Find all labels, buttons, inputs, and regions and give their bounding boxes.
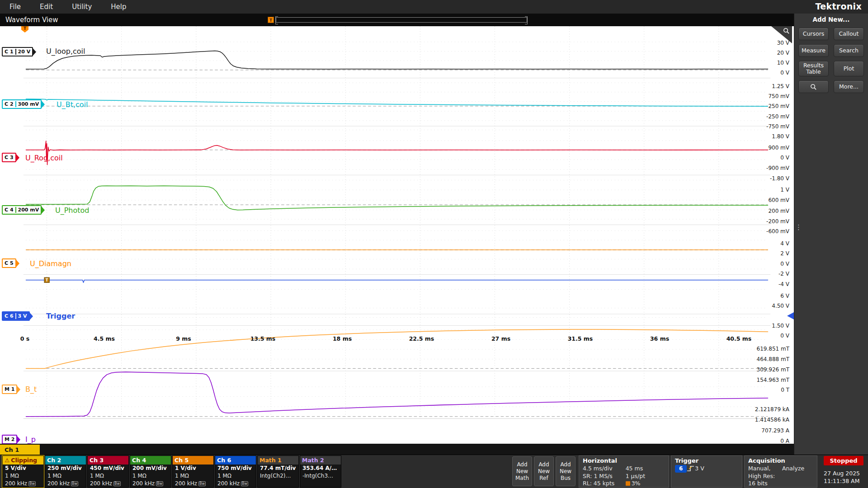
search-icon	[783, 28, 790, 34]
trace-label-m2: I_p	[25, 435, 36, 444]
add-new-ref-button[interactable]: AddNewRef	[534, 456, 554, 486]
horizontal-panel[interactable]: Horizontal 4.5 ms/div45 msSR: 1 MS/s1 µs…	[579, 455, 669, 488]
badge-row: 1 V/div	[173, 465, 213, 472]
channel-settings-badge-ch1[interactable]: ⚠Clipping5 V/div1 MΩ200 kHzBw	[2, 455, 44, 488]
run-stop-button[interactable]: Stopped	[824, 456, 863, 465]
add-new-math-button[interactable]: AddNewMath	[512, 456, 532, 486]
run-status-section: Stopped 27 Aug 2025 11:11:38 AM	[824, 456, 865, 485]
trigger-panel[interactable]: Trigger 6 3 V	[671, 455, 742, 488]
badge-row: 200 kHzBw	[88, 480, 128, 488]
add-new-button-line: New	[516, 468, 528, 475]
rp-button-callout[interactable]: Callout	[834, 28, 864, 40]
time-label: 11:11:38 AM	[824, 477, 865, 485]
channel-badge-id: M 2	[3, 436, 16, 442]
channel-badge-c2[interactable]: C 2300 mV	[2, 99, 42, 109]
rp-button-plot[interactable]: Plot	[834, 61, 864, 76]
trigger-point-label: T	[46, 278, 48, 283]
channel-badge-c5[interactable]: C 5	[2, 258, 16, 268]
channel-badge-arrow	[41, 206, 45, 215]
axis-label-ch2: -250 mV	[735, 113, 789, 120]
badge-row: 200 kHzBw	[130, 480, 171, 488]
search-icon	[810, 84, 817, 90]
badge-header: Ch 4	[130, 456, 171, 465]
badge-header: Ch 6	[215, 456, 256, 465]
trigger-position-indicator[interactable]: T	[268, 17, 274, 23]
panel-resize-handle[interactable]: ⋮	[795, 226, 802, 229]
panel-cell-right: Analyze	[782, 465, 804, 473]
menu-edit[interactable]: Edit	[30, 3, 62, 11]
axis-label-ch5: -2 V	[735, 271, 789, 277]
rp-button-results-table[interactable]: Results Table	[798, 61, 829, 76]
rp-button-measure[interactable]: Measure	[798, 44, 829, 57]
channel-badge-m1[interactable]: M 1	[2, 385, 17, 394]
pan-zoom-bar[interactable]	[276, 17, 527, 23]
menu-help[interactable]: Help	[101, 3, 136, 11]
add-new-bus-button[interactable]: AddNewBus	[556, 456, 576, 486]
badge-row: 200 kHzBw	[215, 480, 256, 488]
warning-icon: ⚠	[5, 457, 9, 464]
add-new-button-line: New	[560, 468, 571, 475]
channel-settings-badge-ch6[interactable]: Ch 6750 mV/div1 MΩ200 kHzBw	[215, 455, 256, 488]
axis-label-ch5: -4 V	[735, 281, 789, 287]
trace-label-ch4: U_Photod	[55, 206, 90, 215]
channel-badge-id: C 4	[3, 207, 15, 213]
menu-utility[interactable]: Utility	[62, 3, 101, 11]
menu-file[interactable]: File	[0, 3, 30, 11]
trace-u-loop-coil	[26, 51, 768, 69]
badge-header-label: Ch 5	[175, 457, 189, 464]
axis-label-ch2: 750 mV	[735, 93, 789, 99]
channel-badge-c3[interactable]: C 3	[2, 153, 16, 162]
channel-badge-c4[interactable]: C 4200 mV	[2, 205, 42, 215]
badge-header: ⚠Clipping	[3, 456, 43, 465]
time-axis-label: 27 ms	[481, 335, 521, 342]
badge-row: 1 MΩ	[45, 472, 86, 480]
panel-row: RL: 45 kpts3%	[583, 480, 665, 488]
acquisition-panel-title: Acquisition	[748, 457, 813, 465]
badge-header: Math 1	[258, 456, 298, 465]
badge-row: 750 mV/div	[215, 465, 256, 472]
channel-badge-scale: 200 mV	[15, 207, 41, 213]
channel-settings-badge-ch4[interactable]: Ch 4200 mV/div1 MΩ200 kHzBw	[130, 455, 171, 488]
channel-settings-badge-ch2[interactable]: Ch 2250 mV/div1 MΩ200 kHzBw	[45, 455, 86, 488]
axis-label-m1: 619.851 mT	[735, 346, 789, 352]
active-channel-tab[interactable]: Ch 1	[0, 445, 40, 455]
badge-header-label: Ch 2	[47, 457, 61, 464]
axis-label-ch6: 1.50 V	[735, 323, 789, 329]
add-new-button-group: AddNewMathAddNewRefAddNewBus	[512, 456, 576, 486]
axis-label-ch4: 600 mV	[735, 197, 789, 203]
panel-cell-left: 4.5 ms/div	[583, 465, 626, 473]
waveform-view-titlebar: Waveform View T	[0, 14, 794, 26]
rp-button-search[interactable]: Search	[834, 44, 864, 57]
channel-badge-c1[interactable]: C 120 V	[2, 47, 33, 56]
horizontal-panel-rows: 4.5 ms/div45 msSR: 1 MS/s1 µs/ptRL: 45 k…	[583, 465, 665, 488]
badge-header-label: Ch 4	[132, 457, 146, 464]
time-axis-label: 0 s	[5, 335, 45, 342]
channel-settings-badge-m1[interactable]: Math 177.4 mT/divIntg(Ch2)…	[257, 455, 299, 488]
channel-badge-arrow	[15, 259, 19, 268]
trace-u-bt-coil	[26, 99, 768, 106]
waveform-view-title: Waveform View	[5, 16, 58, 24]
channel-settings-badge-ch3[interactable]: Ch 3450 mV/div1 MΩ200 kHzBw	[87, 455, 129, 488]
panel-row: 4.5 ms/div45 ms	[583, 465, 665, 473]
rp-button-zoom[interactable]	[798, 80, 829, 93]
channel-settings-badge-ch5[interactable]: Ch 51 V/div1 MΩ200 kHzBw	[172, 455, 214, 488]
zoom-scale-icon	[626, 481, 630, 486]
rp-button-cursors[interactable]: Cursors	[798, 28, 829, 40]
axis-label-ch3: -900 mV	[735, 165, 789, 171]
acquisition-panel[interactable]: Acquisition Manual,AnalyzeHigh Res: 16 b…	[744, 455, 817, 488]
axis-label-m2: 2.121879 kA	[735, 406, 789, 413]
badge-row: 353.64 A/…	[300, 465, 341, 472]
channel-badge-id: M 1	[3, 386, 16, 392]
rp-button-more[interactable]: More...	[834, 80, 864, 93]
badge-header: Ch 2	[45, 456, 86, 465]
channel-settings-badge-m2[interactable]: Math 2353.64 A/…-Intg(Ch3…	[300, 455, 341, 488]
panel-row: High Res: 16 bits	[748, 473, 813, 488]
channel-badge-c6[interactable]: C 63 V	[2, 311, 30, 321]
trigger-level-arrow[interactable]	[787, 312, 794, 319]
bandwidth-limit-icon: Bw	[28, 481, 36, 486]
channel-badge-arrow	[29, 312, 33, 321]
axis-label-m2: 0 A	[735, 438, 789, 444]
waveform-canvas[interactable]: T	[0, 26, 794, 444]
channel-badge-m2[interactable]: M 2	[2, 435, 17, 444]
acquisition-panel-rows: Manual,AnalyzeHigh Res: 16 bitsSingle: 1…	[748, 465, 813, 488]
